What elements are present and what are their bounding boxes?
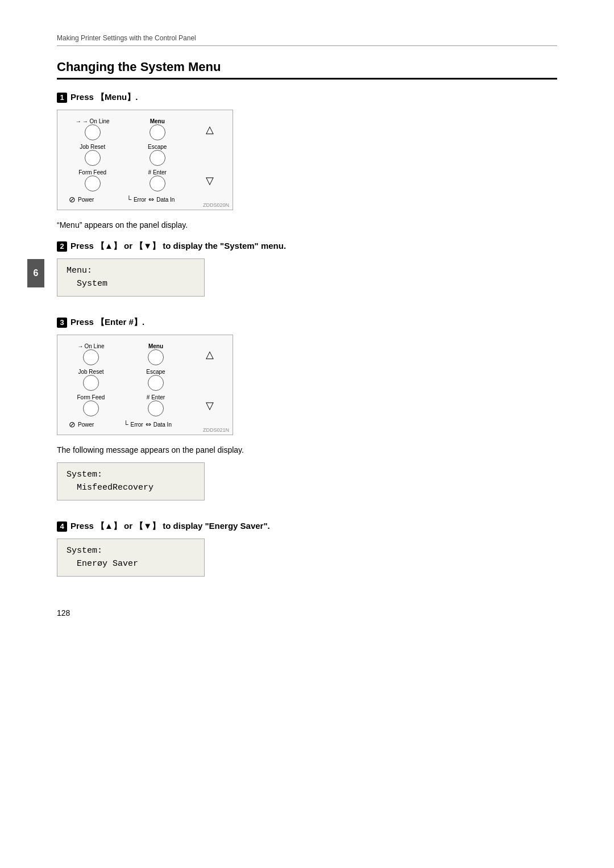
step-number-4: 4 [57, 521, 67, 532]
error-label: Error [134, 197, 146, 203]
enter-label: # Enter [148, 169, 167, 176]
job-reset-group-2: Job Reset [69, 369, 113, 391]
on-line-btn [85, 124, 101, 140]
on-line-label: → On Line [82, 118, 110, 124]
up-arrow-cell-2: △ [198, 348, 221, 361]
form-feed-label-2: Form Feed [77, 394, 105, 400]
enter-group-2: # Enter [123, 394, 188, 416]
step-4-text: Press 【▲】 or 【▼】 to display "Energy Save… [70, 521, 270, 532]
panel-diagram-1: → → On Line Menu △ Job Reset Escape [57, 110, 233, 210]
data-in-label: Data In [156, 197, 175, 203]
job-reset-btn-2 [83, 375, 99, 391]
page-number: 128 [57, 608, 557, 617]
menu-label: Menu [150, 118, 165, 124]
on-line-label-2: On Line [84, 343, 104, 349]
energy-line-1: System: [67, 545, 195, 558]
page-header: Making Printer Settings with the Control… [57, 34, 557, 46]
error-group: └ Error ⇔ Data In [126, 195, 188, 203]
display-line-1-1: Menu: [67, 265, 195, 278]
display-box-1: Menu: System [57, 258, 205, 297]
form-feed-btn [85, 176, 101, 191]
error-label-2: Error [130, 422, 143, 428]
enter-btn-2 [148, 400, 164, 416]
step-4: 4 Press 【▲】 or 【▼】 to display "Energy Sa… [57, 521, 557, 586]
step-1-body: “Menu” appears on the panel display. [57, 220, 557, 229]
step-number-2: 2 [57, 241, 67, 252]
job-reset-label: Job Reset [80, 144, 105, 150]
display-box-energy: System: Enerøy Saver [57, 539, 205, 577]
job-reset-btn [85, 150, 101, 166]
job-reset-label-2: Job Reset [78, 369, 103, 375]
step-number-3: 3 [57, 318, 67, 328]
escape-btn [150, 150, 165, 166]
misfeed-line-1: System: [67, 469, 195, 482]
form-feed-group: Form Feed [69, 169, 116, 191]
page-wrapper: Making Printer Settings with the Control… [57, 34, 557, 617]
on-line-label-group: → → On Line [69, 118, 116, 140]
on-line-btn-2 [83, 349, 99, 365]
step-1-text: Press 【Menu】. [70, 92, 138, 103]
enter-label-2: # Enter [147, 394, 165, 400]
form-feed-group-2: Form Feed [69, 394, 113, 416]
display-box-misfeed: System: MisfeedRecovery [57, 462, 205, 500]
menu-btn-2 [148, 349, 164, 365]
escape-btn-2 [148, 375, 164, 391]
power-group-2: ⊘ Power [69, 420, 113, 429]
data-in-label-2: Data In [154, 422, 172, 428]
form-feed-btn-2 [83, 400, 99, 416]
diagram-id-1: ZDDS020N [203, 202, 229, 208]
diagram-id-2: ZDDS021N [203, 427, 229, 433]
panel-grid-2: → On Line Menu △ Job Reset Escape [69, 343, 221, 429]
step-4-heading: 4 Press 【▲】 or 【▼】 to display "Energy Sa… [57, 521, 557, 532]
energy-line-2: Enerøy Saver [67, 558, 195, 571]
panel-diagram-2: → On Line Menu △ Job Reset Escape [57, 335, 233, 435]
power-label-2: Power [78, 422, 94, 428]
section-title: Changing the System Menu [57, 60, 557, 80]
escape-group: Escape [126, 144, 188, 166]
on-line-label-group-2: → On Line [69, 343, 113, 365]
power-label: Power [78, 197, 94, 203]
up-arrow-cell: △ [198, 123, 221, 136]
down-arrow-cell-2: ▽ [198, 399, 221, 412]
menu-label-group: Menu [126, 118, 188, 140]
step-3-body: The following message appears on the pan… [57, 445, 557, 454]
step-3: 3 Press 【Enter #】. → On Line Menu △ [57, 317, 557, 510]
step-2-text: Press 【▲】 or 【▼】 to display the "System"… [70, 241, 286, 252]
menu-btn [150, 124, 165, 140]
power-group: ⊘ Power [69, 195, 116, 204]
job-reset-group: Job Reset [69, 144, 116, 166]
enter-group: # Enter [126, 169, 188, 191]
enter-btn [150, 176, 165, 191]
menu-label-group-2: Menu [123, 343, 188, 365]
misfeed-line-2: MisfeedRecovery [67, 482, 195, 495]
escape-label: Escape [148, 144, 167, 150]
side-tab-6: 6 [27, 259, 44, 287]
error-group-2: └ Error ⇔ Data In [123, 420, 188, 428]
step-1: 1 Press 【Menu】. → → On Line Menu △ [57, 92, 557, 229]
escape-label-2: Escape [146, 369, 165, 375]
display-line-1-2: System [67, 278, 195, 291]
down-arrow-cell: ▽ [198, 174, 221, 187]
form-feed-label: Form Feed [78, 169, 106, 176]
step-1-heading: 1 Press 【Menu】. [57, 92, 557, 103]
step-2-heading: 2 Press 【▲】 or 【▼】 to display the "Syste… [57, 241, 557, 252]
escape-group-2: Escape [123, 369, 188, 391]
menu-label-2: Menu [148, 343, 163, 349]
step-3-text: Press 【Enter #】. [70, 317, 144, 328]
step-3-heading: 3 Press 【Enter #】. [57, 317, 557, 328]
step-2: 6 2 Press 【▲】 or 【▼】 to display the "Sys… [57, 241, 557, 306]
panel-grid-1: → → On Line Menu △ Job Reset Escape [69, 118, 221, 204]
step-number-1: 1 [57, 93, 67, 103]
header-text: Making Printer Settings with the Control… [57, 34, 196, 42]
